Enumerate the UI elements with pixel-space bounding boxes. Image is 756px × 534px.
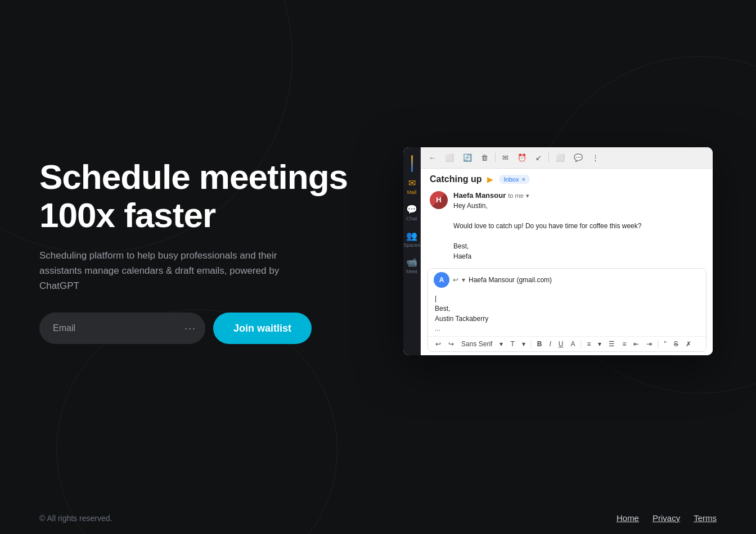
- email-input[interactable]: [53, 323, 179, 333]
- meet-label: Meet: [406, 269, 417, 274]
- font-size-btn[interactable]: T: [507, 339, 517, 349]
- gmail-nav-spaces[interactable]: 👥 Spaces: [403, 227, 420, 251]
- copyright-text: © All rights reserved.: [39, 514, 112, 523]
- indent-less-btn[interactable]: ⇤: [631, 339, 642, 349]
- meet-icon: 📹: [406, 257, 417, 268]
- hero-title-line2: 100x faster: [39, 196, 215, 234]
- formatting-bar: ↩ ↪ Sans Serif ▾ T ▾ B I U A: [428, 336, 706, 351]
- compose-cursor: |: [435, 295, 436, 302]
- remove-format-btn[interactable]: ✗: [683, 339, 694, 349]
- body-sign1: Best,: [453, 242, 469, 250]
- signup-form: ··· Join waitlist: [39, 313, 354, 344]
- back-icon[interactable]: ←: [426, 152, 438, 163]
- close-badge-icon[interactable]: ×: [521, 176, 525, 183]
- snooze-icon[interactable]: ⏰: [515, 152, 529, 163]
- expand-icon[interactable]: ▾: [526, 192, 529, 200]
- ol-btn[interactable]: ☰: [606, 339, 618, 349]
- received-email-body: Hey Austin, Would love to catch up! Do y…: [453, 201, 704, 261]
- font-dropdown-icon[interactable]: ▾: [497, 339, 506, 349]
- fmt-divider-3: [658, 340, 658, 348]
- compose-area: A ↩ ▾ Haefa Mansour (gmail.com) | Best, …: [428, 268, 706, 352]
- font-size-dropdown[interactable]: ▾: [519, 339, 528, 349]
- report-icon[interactable]: 🔄: [461, 152, 474, 163]
- hero-subtitle: Scheduling platform to help busy profess…: [39, 248, 298, 294]
- sidebar-accent: [411, 155, 413, 172]
- body-main: Would love to catch up! Do you have time…: [453, 222, 641, 230]
- sender-avatar: H: [430, 191, 448, 209]
- body-sign2: Haefa: [453, 252, 471, 260]
- indent-more-btn[interactable]: ⇥: [644, 339, 655, 349]
- email-icon[interactable]: ✉: [500, 152, 511, 163]
- spaces-icon: 👥: [406, 230, 417, 241]
- gmail-topbar: ← ⬜ 🔄 🗑 ✉ ⏰ ↙ ⬜ 💬 ⋮: [421, 147, 713, 169]
- to-me-label: to me: [508, 192, 524, 199]
- join-waitlist-button[interactable]: Join waitlist: [213, 313, 312, 344]
- right-section: ✉ Mail 💬 Chat 👥 Spaces 📹 Meet: [399, 147, 717, 355]
- body-hey: Hey Austin,: [453, 202, 488, 210]
- footer-home-link[interactable]: Home: [616, 513, 639, 523]
- email-input-wrapper: ···: [39, 313, 205, 344]
- sender-name: Haefa Mansour: [453, 191, 506, 200]
- align-btn[interactable]: ≡: [584, 339, 593, 349]
- dropdown-icon[interactable]: ▾: [462, 276, 465, 284]
- meet2-icon[interactable]: 💬: [572, 152, 585, 163]
- email-subject: Catching up: [430, 174, 482, 184]
- gmail-nav-meet[interactable]: 📹 Meet: [403, 254, 420, 278]
- hero-title-line1: Schedule meetings: [39, 157, 348, 196]
- footer-privacy-link[interactable]: Privacy: [652, 513, 680, 523]
- move-icon[interactable]: ↙: [533, 152, 544, 163]
- left-section: Schedule meetings 100x faster Scheduling…: [39, 158, 354, 345]
- quote-btn[interactable]: ": [661, 339, 669, 349]
- mail-icon: ✉: [408, 178, 416, 188]
- compose-action-bar: Send ▾ 📎 🔗 🙂 △ 🖼 🔒 ✒ ⋮: [428, 351, 706, 352]
- align-dropdown[interactable]: ▾: [595, 339, 604, 349]
- compose-sign1: Best,: [435, 305, 450, 313]
- topbar-divider-1: [495, 153, 496, 162]
- gmail-nav-mail[interactable]: ✉ Mail: [403, 174, 420, 198]
- footer-links: Home Privacy Terms: [616, 513, 717, 523]
- inbox-label: Inbox: [503, 176, 519, 183]
- topbar-divider-2: [548, 153, 549, 162]
- gmail-email-area: Catching up ▶ Inbox × H: [421, 169, 713, 355]
- received-email-item: H Haefa Mansour to me ▾ Hey Austin,: [421, 188, 713, 265]
- archive-icon[interactable]: ⬜: [443, 152, 456, 163]
- dots-icon: ···: [184, 323, 196, 334]
- spaces-label: Spaces: [403, 242, 420, 248]
- italic-btn[interactable]: I: [546, 339, 554, 349]
- chat-label: Chat: [407, 216, 417, 221]
- sender-row: Haefa Mansour to me ▾: [453, 191, 704, 200]
- compose-sign2: Austin Tackaberry: [435, 315, 488, 323]
- delete-icon[interactable]: 🗑: [479, 152, 490, 163]
- fmt-divider-2: [580, 340, 581, 348]
- font-selector[interactable]: Sans Serif: [458, 339, 495, 349]
- strike-btn[interactable]: S: [671, 339, 681, 349]
- color-btn[interactable]: A: [568, 339, 578, 349]
- more-icon[interactable]: ⋮: [590, 152, 601, 163]
- mail-label: Mail: [407, 189, 417, 195]
- gmail-sidebar: ✉ Mail 💬 Chat 👥 Spaces 📹 Meet: [403, 147, 421, 355]
- inbox-badge: Inbox ×: [499, 175, 529, 184]
- footer-terms-link[interactable]: Terms: [694, 513, 717, 523]
- task-icon[interactable]: ⬜: [554, 152, 567, 163]
- chat-icon: 💬: [406, 204, 417, 215]
- fmt-divider-1: [531, 340, 532, 348]
- redo-btn[interactable]: ↪: [446, 339, 457, 349]
- email-subject-row: Catching up ▶ Inbox ×: [421, 169, 713, 188]
- reply-arrow-icon: ↩: [453, 276, 458, 284]
- footer: © All rights reserved. Home Privacy Term…: [0, 502, 756, 534]
- underline-btn[interactable]: U: [556, 339, 566, 349]
- gmail-nav-chat[interactable]: 💬 Chat: [403, 201, 420, 225]
- hero-title: Schedule meetings 100x faster: [39, 158, 354, 234]
- main-content: Schedule meetings 100x faster Scheduling…: [0, 0, 756, 502]
- bold-btn[interactable]: B: [534, 339, 545, 349]
- compose-more-dots[interactable]: ···: [428, 326, 706, 336]
- compose-reply-header: A ↩ ▾ Haefa Mansour (gmail.com): [428, 269, 706, 291]
- page-layout: Schedule meetings 100x faster Scheduling…: [0, 0, 756, 534]
- undo-btn[interactable]: ↩: [433, 339, 444, 349]
- compose-body[interactable]: | Best, Austin Tackaberry: [428, 291, 706, 326]
- gmail-main-pane: ← ⬜ 🔄 🗑 ✉ ⏰ ↙ ⬜ 💬 ⋮: [421, 147, 713, 355]
- gmail-window: ✉ Mail 💬 Chat 👥 Spaces 📹 Meet: [403, 147, 713, 355]
- ul-btn[interactable]: ≡: [619, 339, 629, 349]
- email-body-column: Haefa Mansour to me ▾ Hey Austin, Would …: [453, 191, 704, 261]
- compose-to-name: Haefa Mansour (gmail.com): [469, 276, 552, 284]
